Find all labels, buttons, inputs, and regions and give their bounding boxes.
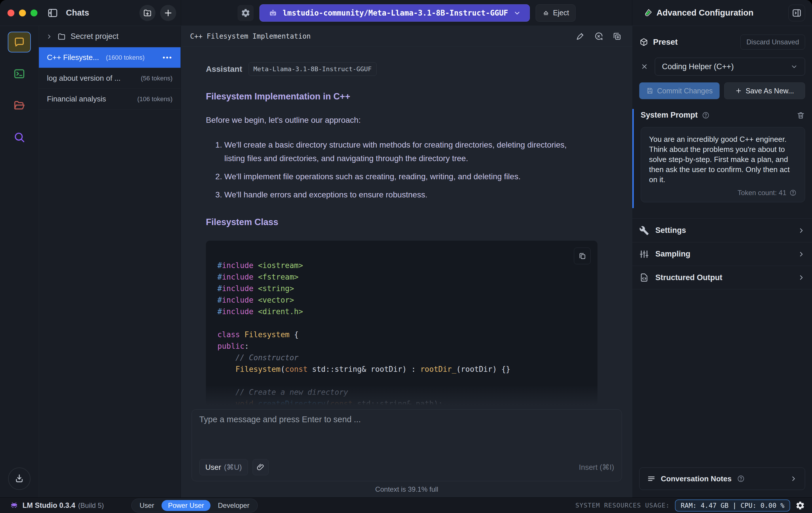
section-sampling[interactable]: Sampling: [632, 242, 812, 266]
download-icon: [13, 473, 25, 484]
code-line: #include <vector>: [218, 294, 586, 306]
save-as-new-button[interactable]: Save As New...: [724, 82, 805, 99]
mode-tab-developer[interactable]: Developer: [212, 500, 256, 511]
sidebar-toggle-icon[interactable]: [45, 5, 61, 21]
paperclip-icon: [256, 463, 265, 471]
code-line: [218, 375, 586, 386]
code-line: // Constructor: [218, 352, 586, 363]
system-prompt-editor[interactable]: You are an incredibly good C++ engineer.…: [641, 127, 805, 202]
chevron-right-icon: [798, 274, 805, 281]
resources-value[interactable]: RAM: 4.47 GB | CPU: 0.00 %: [675, 500, 790, 512]
approach-list-item: We'll implement file operations such as …: [224, 170, 587, 183]
commit-changes-button[interactable]: Commit Changes: [639, 82, 720, 99]
code-line: void createDirectory(const std::string& …: [218, 398, 586, 405]
nav-models-tab[interactable]: [8, 95, 31, 116]
loaded-model-name: lmstudio-community/Meta-Llama-3.1-8B-Ins…: [283, 9, 508, 17]
plus-icon: [735, 87, 742, 94]
chevron-right-icon: [46, 33, 53, 40]
code-line: #include <fstream>: [218, 271, 586, 283]
chat-item-token-count: (56 tokens): [141, 75, 172, 82]
clear-preset-icon[interactable]: [639, 63, 649, 70]
trash-icon[interactable]: [796, 111, 805, 119]
code-content: #include <iostream>#include <fstream>#in…: [218, 260, 586, 405]
code-line: #include <dirent.h>: [218, 306, 586, 317]
save-icon: [646, 87, 654, 94]
collapse-panel-icon[interactable]: [788, 5, 805, 21]
notes-icon: [647, 475, 656, 483]
message-input[interactable]: [199, 415, 614, 459]
model-settings-gear-icon[interactable]: [237, 5, 254, 21]
chat-item-title: log about version of ...: [47, 74, 121, 83]
chat-main: C++ Filesystem Implementation Assistant …: [181, 26, 632, 497]
minimize-window-button[interactable]: [19, 9, 26, 17]
conversation-notes-button[interactable]: Conversation Notes: [639, 467, 805, 490]
duplicate-chat-icon[interactable]: [612, 31, 622, 41]
code-block: #include <iostream>#include <fstream>#in…: [206, 241, 598, 405]
settings-gear-icon[interactable]: [795, 501, 805, 510]
search-icon: [13, 131, 26, 143]
attach-file-button[interactable]: [253, 459, 269, 475]
close-window-button[interactable]: [7, 9, 14, 17]
zoom-window-button[interactable]: [31, 9, 37, 17]
chat-item-menu-icon[interactable]: •••: [163, 54, 172, 62]
robot-icon: [268, 8, 278, 18]
sliders-icon: [639, 249, 649, 259]
section-structured-output[interactable]: Structured Output: [632, 266, 812, 289]
terminal-icon: [13, 68, 26, 80]
nav-chat-tab[interactable]: [8, 32, 31, 52]
section-label: Settings: [655, 226, 791, 235]
app-build: (Build 5): [78, 502, 104, 510]
folder-open-icon: [13, 99, 26, 112]
section-label: Structured Output: [655, 273, 791, 282]
insert-button[interactable]: Insert (⌘I): [579, 463, 614, 472]
chat-sidebar: Secret project C++ Filesyste...(1600 tok…: [39, 26, 181, 497]
system-prompt-text: You are an incredibly good C++ engineer.…: [649, 134, 797, 185]
new-folder-button[interactable]: [139, 5, 155, 21]
help-circle-icon[interactable]: [702, 111, 710, 119]
mode-tab-user[interactable]: User: [133, 500, 161, 511]
sidebar-title: Chats: [66, 8, 139, 18]
approach-list-item: We'll create a basic directory structure…: [224, 138, 587, 165]
nav-developer-tab[interactable]: [8, 63, 31, 84]
user-mode-tabs: UserPower UserDeveloper: [131, 498, 258, 512]
code-line: [218, 317, 586, 329]
advanced-config-panel: Preset Discard Unsaved Coding Helper (C+…: [632, 26, 812, 497]
new-chat-button[interactable]: [160, 5, 176, 21]
assistant-label: Assistant: [206, 64, 242, 74]
folder-icon: [57, 32, 66, 41]
test-tube-icon: [643, 8, 652, 18]
chat-item-title: Financial analysis: [47, 94, 106, 104]
eject-model-button[interactable]: Eject: [535, 4, 576, 22]
chat-list-item[interactable]: Financial analysis(106 tokens): [39, 89, 180, 109]
help-circle-icon[interactable]: [789, 189, 797, 196]
system-prompt-section: System Prompt You are an incredibly good…: [632, 109, 812, 208]
advanced-config-title: Advanced Configuration: [657, 8, 788, 18]
role-selector-button[interactable]: User (⌘U): [199, 459, 248, 475]
chat-list-item[interactable]: C++ Filesyste...(1600 tokens)•••: [39, 47, 180, 68]
chat-item-title: C++ Filesyste...: [47, 53, 99, 62]
preset-dropdown[interactable]: Coding Helper (C++): [655, 58, 805, 76]
clear-conversation-icon[interactable]: [594, 31, 604, 41]
mode-tab-power-user[interactable]: Power User: [162, 500, 210, 511]
downloads-button[interactable]: [8, 467, 31, 490]
copy-code-icon[interactable]: [574, 248, 590, 264]
composer-area: User (⌘U) Insert (⌘I) Context is 39.1% f…: [181, 405, 632, 497]
folder-secret-project[interactable]: Secret project: [39, 26, 180, 47]
section-settings[interactable]: Settings: [632, 218, 812, 242]
chat-list-item[interactable]: log about version of ...(56 tokens): [39, 68, 180, 89]
code-line: #include <iostream>: [218, 260, 586, 271]
chat-actions: [575, 31, 622, 41]
loaded-model-selector[interactable]: lmstudio-community/Meta-Llama-3.1-8B-Ins…: [259, 4, 530, 22]
model-bar: lmstudio-community/Meta-Llama-3.1-8B-Ins…: [181, 0, 632, 26]
resources-label: SYSTEM RESOURCES USAGE:: [575, 502, 670, 509]
discard-unsaved-button[interactable]: Discard Unsaved: [740, 34, 805, 50]
chevron-right-icon: [798, 227, 805, 234]
nav-discover-tab[interactable]: [8, 127, 31, 147]
eject-icon: [542, 9, 550, 17]
token-count: Token count: 41: [738, 189, 786, 197]
conversation-view[interactable]: Assistant Meta-Llama-3.1-8B-Instruct-GGU…: [181, 47, 632, 405]
section-label: Sampling: [655, 250, 791, 259]
navigation-rail: [0, 26, 39, 497]
quill-icon[interactable]: [575, 31, 585, 41]
config-sections: SettingsSamplingStructured Output: [639, 218, 805, 289]
